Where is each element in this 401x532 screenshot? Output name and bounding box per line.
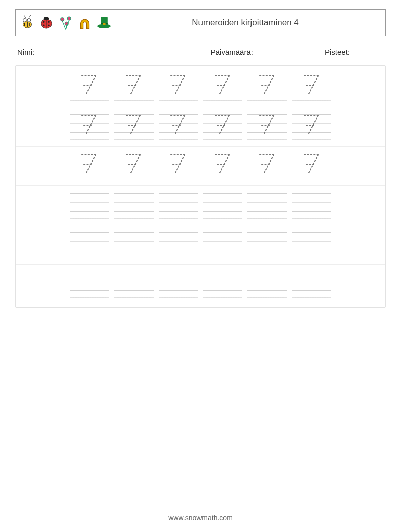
trace-seven-icon	[259, 113, 276, 135]
trace-seven-icon	[125, 113, 142, 135]
practice-cell[interactable]	[203, 230, 242, 260]
practice-cell[interactable]	[114, 152, 154, 181]
svg-point-7	[48, 24, 49, 26]
name-label: Nimi:	[17, 47, 34, 56]
trace-seven-icon	[214, 113, 231, 135]
trace-seven-icon	[170, 74, 187, 96]
ladybug-icon	[38, 14, 55, 31]
practice-cell[interactable]	[159, 230, 198, 260]
flowers-icon	[57, 14, 74, 31]
practice-cell[interactable]	[114, 191, 154, 220]
practice-cell[interactable]	[159, 112, 198, 141]
practice-cell[interactable]	[247, 152, 287, 181]
score-blank[interactable]	[356, 47, 384, 56]
trace-seven-icon	[125, 153, 142, 175]
svg-rect-17	[103, 23, 105, 25]
practice-cell[interactable]	[114, 230, 154, 260]
practice-cell[interactable]	[114, 112, 154, 141]
svg-point-13	[87, 27, 88, 28]
practice-cell[interactable]	[159, 191, 198, 220]
svg-point-8	[44, 17, 49, 20]
header: Numeroiden kirjoittaminen 4	[15, 9, 386, 36]
date-blank[interactable]	[259, 47, 310, 56]
header-icons	[19, 14, 113, 31]
svg-point-1	[23, 19, 27, 22]
practice-cell[interactable]	[247, 230, 287, 260]
trace-seven-icon	[81, 74, 98, 96]
practice-row	[16, 186, 385, 225]
practice-cell[interactable]	[247, 191, 287, 220]
svg-point-6	[43, 24, 44, 26]
practice-cell[interactable]	[292, 112, 331, 141]
practice-cell[interactable]	[247, 112, 287, 141]
practice-cell[interactable]	[70, 73, 109, 102]
score-label: Pisteet:	[325, 47, 350, 56]
practice-cell[interactable]	[114, 73, 154, 102]
trace-seven-icon	[170, 113, 187, 135]
meta-line: Nimi: Päivämäärä: Pisteet:	[17, 47, 384, 56]
svg-point-4	[43, 21, 44, 23]
practice-cell[interactable]	[292, 270, 331, 299]
practice-cell[interactable]	[70, 112, 109, 141]
practice-cell[interactable]	[203, 112, 242, 141]
date-label: Päivämäärä:	[211, 47, 253, 56]
practice-grid	[15, 65, 386, 308]
trace-seven-icon	[303, 113, 320, 135]
practice-cell[interactable]	[247, 73, 287, 102]
trace-seven-icon	[170, 153, 187, 175]
practice-cell[interactable]	[70, 152, 109, 181]
practice-cell[interactable]	[70, 230, 109, 260]
page-title: Numeroiden kirjoittaminen 4	[116, 18, 380, 28]
practice-cell[interactable]	[159, 270, 198, 299]
practice-cell[interactable]	[203, 152, 242, 181]
practice-cell[interactable]	[203, 73, 242, 102]
trace-seven-icon	[81, 113, 98, 135]
svg-point-9	[61, 18, 64, 21]
horseshoe-icon	[76, 14, 93, 31]
svg-point-2	[27, 19, 31, 22]
name-blank[interactable]	[40, 47, 96, 56]
practice-row	[16, 107, 385, 147]
practice-cell[interactable]	[292, 73, 331, 102]
trace-seven-icon	[259, 74, 276, 96]
practice-cell[interactable]	[292, 152, 331, 181]
trace-seven-icon	[214, 153, 231, 175]
practice-cell[interactable]	[159, 73, 198, 102]
practice-cell[interactable]	[114, 270, 154, 299]
svg-point-10	[67, 17, 71, 20]
practice-cell[interactable]	[203, 191, 242, 220]
trace-seven-icon	[214, 74, 231, 96]
trace-seven-icon	[81, 153, 98, 175]
practice-row	[16, 147, 385, 186]
practice-cell[interactable]	[159, 152, 198, 181]
footer-url: www.snowmath.com	[0, 514, 401, 522]
svg-point-5	[48, 21, 49, 23]
practice-cell[interactable]	[292, 191, 331, 220]
tophat-icon	[95, 14, 113, 31]
trace-seven-icon	[303, 153, 320, 175]
practice-cell[interactable]	[247, 270, 287, 299]
practice-cell[interactable]	[70, 270, 109, 299]
bee-icon	[19, 14, 36, 31]
practice-cell[interactable]	[292, 230, 331, 260]
practice-row	[16, 225, 385, 265]
practice-cell[interactable]	[70, 191, 109, 220]
trace-seven-icon	[125, 74, 142, 96]
practice-row	[16, 265, 385, 304]
practice-cell[interactable]	[203, 270, 242, 299]
practice-row	[16, 68, 385, 107]
trace-seven-icon	[259, 153, 276, 175]
svg-point-12	[81, 27, 82, 28]
trace-seven-icon	[303, 74, 320, 96]
